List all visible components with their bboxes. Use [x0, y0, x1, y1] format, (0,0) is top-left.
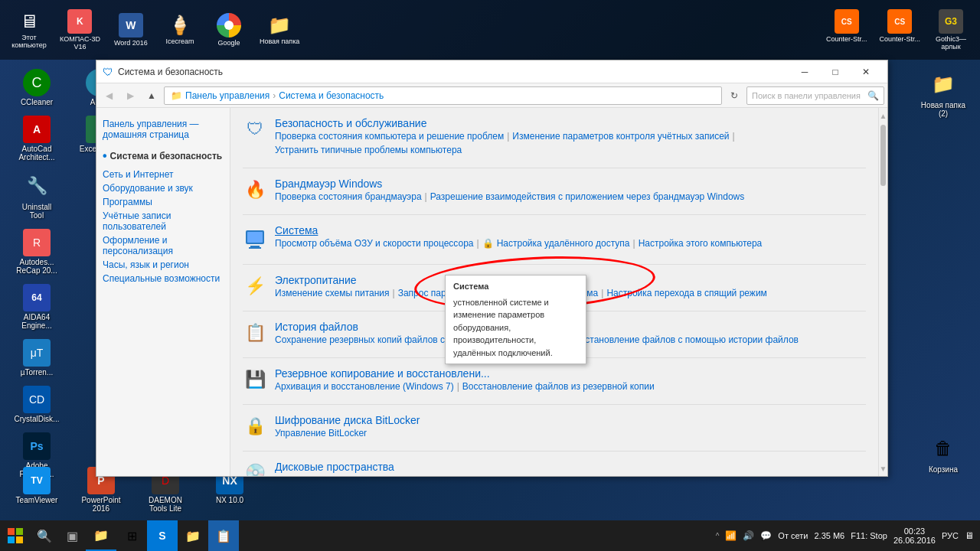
sidebar-home-link[interactable]: Панель управления — домашняя страница — [103, 117, 224, 142]
sidebar-link-accounts[interactable]: Учётные записи пользователей — [103, 209, 224, 233]
system-icon — [244, 229, 266, 250]
backup-links: Архивация и восстановление (Windows 7) |… — [275, 381, 655, 392]
desktop: 🖥 Этоткомпьютер K КОМПАС-3DV16 W Word 20… — [0, 0, 980, 551]
desktop-icon-word[interactable]: W Word 2016 — [108, 10, 154, 50]
security-links: Проверка состояния компьютера и решение … — [275, 131, 866, 155]
sidebar-link-hardware[interactable]: Оборудование и звук — [103, 181, 224, 195]
taskbar-skype[interactable]: S — [147, 520, 178, 551]
desktop-icon-icecream[interactable]: 🍦 Icecream — [157, 11, 203, 48]
taskbar-search-button[interactable]: 🔍 — [31, 522, 58, 549]
address-bar: ◀ ▶ ▲ 📁 Панель управления › Система и бе… — [96, 83, 887, 108]
desktop-icon-kompas[interactable]: K КОМПАС-3DV16 — [55, 6, 105, 54]
firewall-title[interactable]: Брандмауэр Windows — [275, 178, 744, 190]
divider-1 — [243, 168, 866, 168]
desktop-icon-newfolder2[interactable]: 📁 Новая папка(2) — [913, 66, 974, 121]
desktop-icon-autodesk[interactable]: R Autodes...ReCap 20... — [6, 226, 67, 278]
sidebar: Панель управления — домашняя страница Си… — [96, 108, 230, 476]
window-content: Панель управления — домашняя страница Си… — [96, 108, 887, 476]
network-status: От сети — [778, 531, 808, 540]
system-tooltip: Система устновленной системе и изменение… — [445, 275, 586, 364]
sidebar-link-clock[interactable]: Часы, язык и регион — [103, 258, 224, 272]
taskbar-bottom: 🔍 ▣ 📁 ⊞ S 📁 📋 ^ 📶 🔊 💬 От сети 2.35 M6 F1… — [0, 520, 980, 551]
panel-item-backup: 💾 Резервное копирование и восстановлени.… — [243, 364, 866, 395]
language-indicator: РУС — [942, 531, 959, 540]
desktop-icon-uninstall[interactable]: 🔧 UninstallTool — [6, 168, 67, 223]
sidebar-link-appearance[interactable]: Оформление и персонализация — [103, 233, 224, 258]
scrollbar[interactable]: ▲ ▼ — [878, 108, 887, 476]
refresh-button[interactable]: ↻ — [725, 86, 743, 105]
maximize-button[interactable]: □ — [820, 60, 851, 83]
divider-3 — [243, 264, 866, 265]
desktop-icon-ccleaner[interactable]: C CCleaner — [6, 66, 67, 109]
desktop-icon-recycle[interactable]: 🗑 Корзина — [913, 430, 974, 477]
forward-button[interactable]: ▶ — [121, 86, 139, 105]
desktop-icon-newfolder[interactable]: 📁 Новая папка — [255, 11, 304, 48]
taskbar-tray: ^ 📶 🔊 💬 От сети 2.35 M6 F11: Stop 00:23 … — [716, 527, 980, 545]
desktop-icon-computer[interactable]: 🖥 Этоткомпьютер — [6, 8, 52, 52]
desktop-icon-counter1[interactable]: CS Counter-Str... — [822, 6, 872, 54]
scroll-up[interactable]: ▲ — [879, 108, 887, 123]
panel-item-diskspaces: 💿 Дисковые пространства Управление храни… — [243, 458, 866, 476]
desktop-icon-gothic[interactable]: G3 Gothic3—арлык — [928, 6, 974, 54]
panel-item-system: Система Просмотр объёма ОЗУ и скорости п… — [243, 221, 866, 255]
desktop-icon-utorrent[interactable]: μT µTorren... — [6, 336, 67, 380]
diskspaces-links: Управление хранилищами — [275, 474, 394, 476]
scroll-down[interactable]: ▼ — [879, 461, 887, 476]
control-panel-window: 🛡 Система и безопасность ─ □ ✕ ◀ ▶ ▲ 📁 П… — [96, 60, 888, 477]
window-title-icon: 🛡 — [103, 66, 113, 78]
search-box[interactable]: Поиск в панели управления 🔍 — [746, 86, 884, 105]
taskbar-clock: 00:23 26.06.2016 — [893, 527, 936, 545]
taskbar-windows[interactable]: ⊞ — [116, 520, 147, 551]
back-button[interactable]: ◀ — [100, 86, 118, 105]
scroll-thumb[interactable] — [880, 125, 886, 186]
taskbar-top: 🖥 Этоткомпьютер K КОМПАС-3DV16 W Word 20… — [0, 0, 980, 60]
desktop-icon-teamviewer[interactable]: TV TeamViewer — [6, 464, 67, 516]
sidebar-link-accessibility[interactable]: Специальные возможности — [103, 272, 224, 285]
taskbar-explorer[interactable]: 📁 — [86, 520, 116, 551]
divider-2 — [243, 214, 866, 215]
sidebar-link-internet[interactable]: Сеть и Интернет — [103, 168, 224, 181]
sidebar-link-programs[interactable]: Программы — [103, 195, 224, 209]
up-button[interactable]: ▲ — [142, 86, 161, 105]
divider-7 — [243, 451, 866, 452]
security-title[interactable]: Безопасность и обслуживание — [275, 117, 866, 129]
panel-item-bitlocker: 🔒 Шифрование диска BitLocker Управление … — [243, 411, 866, 442]
window-controls: ─ □ ✕ — [789, 60, 881, 83]
task-view-button[interactable]: ▣ — [58, 522, 86, 549]
bitlocker-links: Управление BitLocker — [275, 428, 420, 439]
diskspaces-title[interactable]: Дисковые пространства — [275, 461, 394, 473]
taskbar-folder2[interactable]: 📁 — [178, 520, 208, 551]
svg-rect-2 — [249, 247, 261, 249]
desktop-icon-counter2[interactable]: CS Counter-Str... — [874, 6, 925, 54]
firewall-links: Проверка состояния брандмауэра | Разреше… — [275, 191, 744, 202]
backup-title[interactable]: Резервное копирование и восстановлени... — [275, 367, 655, 380]
sidebar-links: Сеть и Интернет Оборудование и звук Прог… — [103, 168, 224, 285]
divider-6 — [243, 404, 866, 405]
bitlocker-title[interactable]: Шифрование диска BitLocker — [275, 414, 420, 426]
close-button[interactable]: ✕ — [851, 60, 881, 83]
window-titlebar: 🛡 Система и безопасность ─ □ ✕ — [96, 60, 887, 83]
panel-main: 🛡 Безопасность и обслуживание Проверка с… — [230, 108, 878, 476]
desktop-icon-chrome[interactable]: Google — [206, 10, 252, 50]
memory-status: 2.35 M6 — [814, 531, 844, 540]
minimize-button[interactable]: ─ — [789, 60, 820, 83]
desktop-icon-crystaldisk[interactable]: CD CrystalDisk... — [6, 383, 67, 426]
f11-status: F11: Stop — [851, 531, 887, 540]
panel-item-security: 🛡 Безопасность и обслуживание Проверка с… — [243, 114, 866, 158]
system-links: Просмотр объёма ОЗУ и скорости процессор… — [275, 238, 762, 249]
window-title-text: Система и безопасность — [118, 67, 789, 77]
start-button[interactable] — [0, 520, 31, 551]
desktop-icon-aida64[interactable]: 64 AIDA64Engine... — [6, 281, 67, 333]
system-title[interactable]: Система — [275, 224, 762, 236]
desktop-icons-right: 📁 Новая папка(2) 🗑 Корзина — [888, 60, 980, 483]
taskbar-active[interactable]: 📋 — [208, 520, 239, 551]
desktop-icon-autocad[interactable]: A AutoCadArchitect... — [6, 112, 67, 165]
sidebar-active-item: Система и безопасность — [103, 149, 224, 163]
panel-item-firewall: 🔥 Брандмауэр Windows Проверка состояния … — [243, 174, 866, 205]
address-path[interactable]: 📁 Панель управления › Система и безопасн… — [164, 86, 722, 105]
svg-rect-3 — [247, 232, 263, 243]
